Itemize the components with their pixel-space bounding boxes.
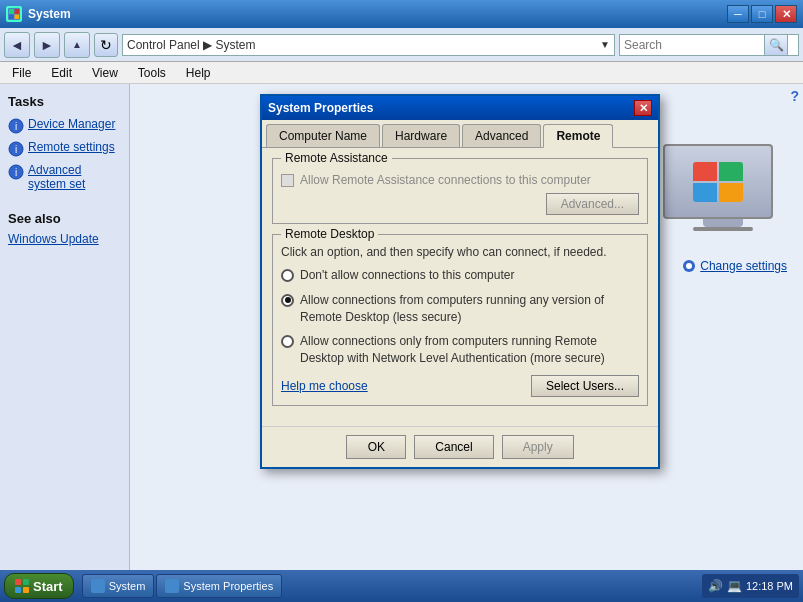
tab-hardware[interactable]: Hardware [382,124,460,147]
start-label: Start [33,579,63,594]
tab-advanced[interactable]: Advanced [462,124,541,147]
taskbar-system-properties[interactable]: System Properties [156,574,282,598]
dialog-tabs: Computer Name Hardware Advanced Remote [262,120,658,148]
window-title: System [28,7,727,21]
svg-rect-16 [23,587,29,593]
address-combo[interactable]: Control Panel ▶ System ▼ [122,34,615,56]
advanced-system-label: Advanced system set [28,163,121,191]
taskbar-tray: 🔊 💻 12:18 PM [702,574,799,598]
svg-rect-3 [9,15,14,20]
close-button[interactable]: ✕ [775,5,797,23]
radio-row-1: Allow connections from computers running… [281,292,639,326]
device-manager-label: Device Manager [28,117,115,131]
search-input[interactable] [624,38,764,52]
address-path: Control Panel ▶ System [127,38,255,52]
system-taskbar-icon [91,579,105,593]
menu-view[interactable]: View [88,64,122,82]
up-button[interactable]: ▲ [64,32,90,58]
address-dropdown-icon: ▼ [600,39,610,50]
svg-rect-18 [165,579,179,593]
dialog-close-button[interactable]: ✕ [634,100,652,116]
radio-row-0: Don't allow connections to this computer [281,267,639,284]
taskbar: Start System System Properties 🔊 💻 12:18… [0,570,803,602]
svg-text:i: i [15,121,17,132]
back-button[interactable]: ◄ [4,32,30,58]
forward-button[interactable]: ► [34,32,60,58]
radio-option-0[interactable] [281,269,294,282]
search-go-button[interactable]: 🔍 [764,34,788,56]
tray-icon-0: 🔊 [708,579,723,593]
address-bar: ◄ ► ▲ ↻ Control Panel ▶ System ▼ 🔍 [0,28,803,62]
remote-desktop-group: Remote Desktop Click an option, and then… [272,234,648,406]
title-bar: System ─ □ ✕ [0,0,803,28]
shield-icon: i [8,118,24,134]
menu-edit[interactable]: Edit [47,64,76,82]
dialog-title: System Properties [268,101,634,115]
dialog-footer-links: Help me choose Select Users... [281,375,639,397]
menu-help[interactable]: Help [182,64,215,82]
tray-time: 12:18 PM [746,580,793,592]
apply-button[interactable]: Apply [502,435,574,459]
tab-computer-name[interactable]: Computer Name [266,124,380,147]
svg-rect-1 [9,9,14,14]
ok-button[interactable]: OK [346,435,406,459]
see-also-title: See also [8,211,121,226]
remote-assistance-checkbox[interactable] [281,174,294,187]
svg-rect-13 [15,579,21,585]
cancel-button[interactable]: Cancel [414,435,493,459]
radio-option-1[interactable] [281,294,294,307]
system-properties-dialog: System Properties ✕ Computer Name Hardwa… [260,94,660,469]
radio-label-1: Allow connections from computers running… [300,292,639,326]
help-me-choose-link[interactable]: Help me choose [281,379,368,393]
svg-text:i: i [15,167,17,178]
taskbar-system[interactable]: System [82,574,155,598]
radio-label-2: Allow connections only from computers ru… [300,333,639,367]
sidebar-item-advanced-system[interactable]: i Advanced system set [8,163,121,191]
remote-assistance-checkbox-row: Allow Remote Assistance connections to t… [281,173,639,187]
sidebar-item-device-manager[interactable]: i Device Manager [8,117,121,134]
search-box: 🔍 [619,34,799,56]
sidebar: Tasks i Device Manager i Remote settings… [0,84,130,570]
taskbar-system-label: System [109,580,146,592]
maximize-button[interactable]: □ [751,5,773,23]
start-button[interactable]: Start [4,573,74,599]
sidebar-item-remote-settings[interactable]: i Remote settings [8,140,121,157]
svg-rect-2 [15,9,20,14]
radio-option-2[interactable] [281,335,294,348]
taskbar-system-properties-label: System Properties [183,580,273,592]
dialog-title-bar: System Properties ✕ [262,96,658,120]
system-properties-taskbar-icon [165,579,179,593]
remote-desktop-description: Click an option, and then specify who ca… [281,245,639,259]
svg-rect-4 [15,15,20,20]
tasks-title: Tasks [8,94,121,109]
remote-assistance-advanced-button[interactable]: Advanced... [546,193,639,215]
remote-settings-label: Remote settings [28,140,115,154]
tab-remote[interactable]: Remote [543,124,613,148]
menu-tools[interactable]: Tools [134,64,170,82]
radio-label-0: Don't allow connections to this computer [300,267,514,284]
app-icon [6,6,22,22]
remote-icon: i [8,141,24,157]
refresh-button[interactable]: ↻ [94,33,118,57]
dialog-buttons: OK Cancel Apply [262,426,658,467]
main-area: Tasks i Device Manager i Remote settings… [0,84,803,570]
menu-bar: File Edit View Tools Help [0,62,803,84]
dialog-body: Remote Assistance Allow Remote Assistanc… [262,148,658,426]
window-controls: ─ □ ✕ [727,5,797,23]
sidebar-item-windows-update[interactable]: Windows Update [8,232,121,246]
minimize-button[interactable]: ─ [727,5,749,23]
content-area: View basic information about your comput… [130,84,803,570]
remote-desktop-title: Remote Desktop [281,227,378,241]
see-also-section: See also Windows Update [8,211,121,246]
advanced-icon: i [8,164,24,180]
remote-assistance-label: Allow Remote Assistance connections to t… [300,173,591,187]
select-users-button[interactable]: Select Users... [531,375,639,397]
svg-rect-14 [23,579,29,585]
radio-row-2: Allow connections only from computers ru… [281,333,639,367]
svg-text:i: i [15,144,17,155]
tray-icon-1: 💻 [727,579,742,593]
dialog-overlay: System Properties ✕ Computer Name Hardwa… [130,84,803,570]
windows-update-label: Windows Update [8,232,99,246]
menu-file[interactable]: File [8,64,35,82]
remote-assistance-title: Remote Assistance [281,151,392,165]
